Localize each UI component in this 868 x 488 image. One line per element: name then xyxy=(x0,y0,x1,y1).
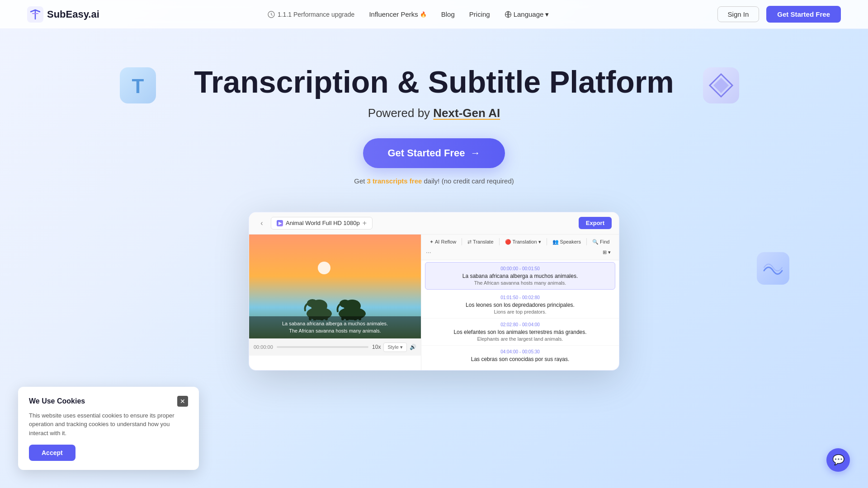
hero-free-description: Get 3 transcripts free daily! (no credit… xyxy=(354,177,514,185)
app-header: ‹ ▶ Animal World Full HD 1080p + Export xyxy=(249,212,619,235)
chevron-down-icon: ▾ xyxy=(545,10,549,19)
globe-icon xyxy=(505,11,512,18)
speakers-icon: 👥 xyxy=(552,239,559,245)
more-options-button[interactable]: ··· xyxy=(426,249,431,256)
settings-icon xyxy=(268,11,275,18)
transcript-panel: ✦ AI Reflow ⇄ Translate 🔴 Translation ▾ xyxy=(421,235,619,370)
cookie-text: This website uses essential cookies to e… xyxy=(29,411,188,438)
nav-actions: Sign In Get Started Free xyxy=(717,6,841,23)
subtitle-overlay: La sabana africana alberga a muchos anim… xyxy=(249,316,421,338)
nav-perf-badge: 1.1.1 Performance upgrade xyxy=(268,11,354,18)
cookie-accept-button[interactable]: Accept xyxy=(29,445,75,461)
speed-control[interactable]: 10x xyxy=(372,344,381,350)
translate-icon: ⇄ xyxy=(467,239,472,245)
volume-icon[interactable]: 🔊 xyxy=(410,344,416,350)
nav-influencer-perks[interactable]: Influencer Perks 🔥 xyxy=(369,10,426,18)
deco-diamond-icon xyxy=(701,65,741,106)
deco-wave-icon xyxy=(755,250,791,286)
hero-section: T xyxy=(0,29,868,371)
toolbar-divider-4 xyxy=(586,238,587,245)
video-panel: La sabana africana alberga a muchos anim… xyxy=(249,235,421,370)
timeline-bar[interactable] xyxy=(277,346,368,348)
svg-point-18 xyxy=(340,300,350,308)
toolbar-reflow[interactable]: ✦ AI Reflow xyxy=(426,237,460,247)
svg-text:T: T xyxy=(132,75,144,97)
layout-toggle[interactable]: ⊞ ▾ xyxy=(599,248,614,257)
toolbar-find[interactable]: 🔍 Find xyxy=(589,237,613,247)
get-started-nav-button[interactable]: Get Started Free xyxy=(766,6,841,23)
add-tab-button[interactable]: + xyxy=(363,219,367,227)
sun-element xyxy=(318,262,330,274)
cookie-banner: We Use Cookies ✕ This website uses essen… xyxy=(18,387,199,470)
video-preview: La sabana africana alberga a muchos anim… xyxy=(249,235,421,338)
toolbar-divider-2 xyxy=(499,238,500,245)
transcript-row-2[interactable]: 01:01:50 - 00:02:80 Los leones son los d… xyxy=(421,291,619,319)
get-started-hero-button[interactable]: Get Started Free → xyxy=(363,138,505,168)
transcript-row-1[interactable]: 00:00:00 - 00:01:50 La sabana africana a… xyxy=(425,262,615,290)
style-button[interactable]: Style ▾ xyxy=(383,343,407,352)
fire-badge: 🔥 xyxy=(420,11,427,18)
toolbar-translate[interactable]: ⇄ Translate xyxy=(464,237,497,247)
nav-pricing[interactable]: Pricing xyxy=(469,10,490,18)
cookie-header: We Use Cookies ✕ xyxy=(29,396,188,407)
vc-left: 00:00:00 xyxy=(254,344,273,350)
app-header-left: ‹ ▶ Animal World Full HD 1080p + xyxy=(256,217,373,230)
back-button[interactable]: ‹ xyxy=(256,218,267,229)
cookie-close-button[interactable]: ✕ xyxy=(177,396,188,407)
file-tab[interactable]: ▶ Animal World Full HD 1080p + xyxy=(271,217,373,230)
toolbar-translation[interactable]: 🔴 Translation ▾ xyxy=(501,237,545,247)
elephant-silhouettes xyxy=(294,284,376,320)
file-type-icon: ▶ xyxy=(277,220,283,226)
find-icon: 🔍 xyxy=(592,239,599,245)
translation-chevron: ▾ xyxy=(538,239,541,245)
logo[interactable]: SubEasy.ai xyxy=(27,6,99,23)
video-controls: 00:00:00 10x Style ▾ 🔊 xyxy=(249,338,421,356)
toolbar-divider xyxy=(462,238,462,245)
transcript-list: 00:00:00 - 00:01:50 La sabana africana a… xyxy=(421,260,619,362)
cookie-title: We Use Cookies xyxy=(29,397,85,405)
arrow-right-icon: → xyxy=(471,147,481,159)
sign-in-button[interactable]: Sign In xyxy=(717,6,760,22)
hero-title: Transcription & Subtitle Platform xyxy=(194,65,674,99)
export-button[interactable]: Export xyxy=(579,217,612,229)
svg-point-11 xyxy=(307,299,318,307)
toolbar-divider-3 xyxy=(547,238,547,245)
hero-subtitle: Powered by Next-Gen AI xyxy=(368,106,500,120)
app-demo-screenshot: ‹ ▶ Animal World Full HD 1080p + Export xyxy=(249,212,619,371)
logo-icon xyxy=(27,6,43,23)
chat-icon: 💬 xyxy=(832,454,844,466)
toolbar-speakers[interactable]: 👥 Speakers xyxy=(549,237,585,247)
reflow-icon: ✦ xyxy=(429,239,434,245)
vc-right: 10x Style ▾ 🔊 xyxy=(372,343,416,352)
transcript-row-3[interactable]: 02:02:80 - 00:04:00 Los elefantes son lo… xyxy=(421,319,619,346)
nav-blog[interactable]: Blog xyxy=(441,10,455,18)
nav-center: 1.1.1 Performance upgrade Influencer Per… xyxy=(268,10,549,19)
chat-button[interactable]: 💬 xyxy=(826,448,850,472)
app-body: La sabana africana alberga a muchos anim… xyxy=(249,235,619,370)
nav-language[interactable]: Language ▾ xyxy=(505,10,549,19)
deco-t-icon: T xyxy=(118,65,158,106)
svg-rect-8 xyxy=(757,252,789,285)
navbar: SubEasy.ai 1.1.1 Performance upgrade Inf… xyxy=(0,0,868,29)
translation-icon: 🔴 xyxy=(505,239,511,245)
transcript-toolbar: ✦ AI Reflow ⇄ Translate 🔴 Translation ▾ xyxy=(421,235,619,260)
transcript-row-4[interactable]: 04:04:00 - 00:05:30 Las cebras son conoc… xyxy=(421,346,619,362)
